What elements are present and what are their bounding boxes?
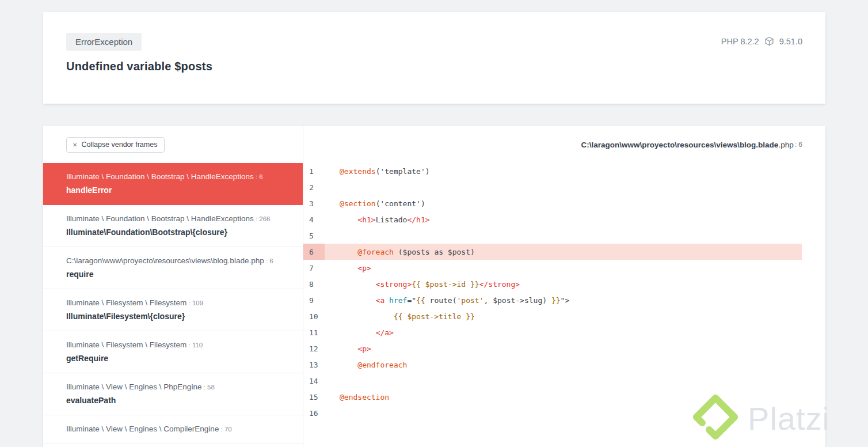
code-line: 11 </a> — [303, 324, 802, 340]
frame-method: Illuminate\Foundation\Bootstrap\{closure… — [66, 226, 280, 238]
line-number: 2 — [303, 179, 325, 195]
code-line: 14 — [303, 373, 802, 389]
code-line: 1@extends('template') — [303, 163, 802, 179]
line-number: 4 — [303, 211, 325, 228]
code-text: @foreach ($posts as $post) — [325, 248, 475, 256]
file-line-reference: : 6 — [795, 141, 802, 149]
code-line: 13 @endforeach — [303, 357, 802, 373]
open-file-path[interactable]: C:\laragon\www\proyecto\resources\views\… — [303, 126, 825, 163]
frame-path: Illuminate \ Foundation \ Bootstrap \ Ha… — [66, 171, 280, 183]
stack-trace-sidebar: ✕ Collapse vendor frames Illuminate \ Fo… — [43, 126, 303, 447]
laravel-icon — [764, 36, 774, 46]
code-line: 10 {{ $post->title }} — [303, 308, 802, 324]
code-line: 5 — [303, 228, 802, 244]
frame-method: handleError — [66, 184, 280, 196]
frame-line-number: : 266 — [254, 215, 271, 222]
line-number: 15 — [303, 389, 325, 405]
php-version-label: PHP 8.2.2 — [721, 37, 759, 46]
frame-path: Illuminate \ Foundation \ Bootstrap \ Ha… — [66, 213, 280, 225]
file-path-prefix: C:\laragon\www\proyecto\resources\views\ — [581, 141, 740, 149]
code-line: 8 <strong>{{ $post->id }}</strong> — [303, 276, 802, 292]
code-text: {{ $post->title }} — [325, 312, 475, 321]
line-number: 13 — [303, 357, 325, 373]
exception-class-badge: ErrorException — [66, 33, 142, 51]
version-info: PHP 8.2.2 9.51.0 — [721, 36, 802, 46]
frame-method: require — [66, 268, 280, 280]
code-text: <h1>Listado</h1> — [325, 215, 430, 224]
code-line: 9 <a href="{{ route('post', $post->slug)… — [303, 292, 802, 308]
file-name: blog.blade — [740, 141, 779, 149]
code-pane: C:\laragon\www\proyecto\resources\views\… — [303, 126, 825, 447]
code-line: 3@section('content') — [303, 195, 802, 211]
line-number: 1 — [303, 163, 325, 179]
line-number: 16 — [303, 405, 325, 421]
frame-path: Illuminate \ Filesystem \ Filesystem : 1… — [66, 297, 280, 309]
collapse-vendor-frames-label: Collapse vendor frames — [81, 141, 157, 149]
frame-line-number: : 6 — [264, 257, 273, 264]
sidebar-header: ✕ Collapse vendor frames — [43, 126, 303, 163]
collapse-vendor-frames-button[interactable]: ✕ Collapse vendor frames — [66, 137, 165, 153]
code-line: 16 — [303, 405, 802, 421]
code-text: <p> — [325, 264, 371, 272]
frame-path: Illuminate \ View \ Engines \ PhpEngine … — [66, 381, 280, 393]
code-line: 15@endsection — [303, 389, 802, 405]
code-text: </a> — [325, 328, 394, 337]
code-text: <strong>{{ $post->id }}</strong> — [325, 280, 520, 289]
frame-line-number: : 6 — [254, 173, 263, 180]
stack-frame[interactable]: Illuminate \ Filesystem \ Filesystem : 1… — [43, 289, 303, 331]
stack-frame-list: Illuminate \ Foundation \ Bootstrap \ Ha… — [43, 163, 303, 444]
frame-line-number: : 110 — [186, 342, 203, 348]
line-number: 8 — [303, 276, 325, 292]
line-number: 14 — [303, 373, 325, 389]
frame-method: evaluatePath — [66, 395, 280, 406]
code-lines: 1@extends('template')23@section('content… — [303, 163, 825, 421]
line-number: 6 — [303, 244, 325, 260]
code-text: @endsection — [325, 393, 389, 401]
stack-frame[interactable]: Illuminate \ Filesystem \ Filesystem : 1… — [43, 331, 303, 373]
line-number: 10 — [303, 308, 325, 324]
file-extension: .php — [778, 141, 793, 149]
code-text: @endforeach — [325, 361, 407, 369]
close-icon: ✕ — [73, 142, 77, 148]
code-text: <p> — [325, 344, 371, 353]
code-text: @extends('template') — [325, 167, 430, 176]
stack-frame[interactable]: C:\laragon\www\proyecto\resources\views\… — [43, 247, 303, 289]
stack-frame[interactable]: Illuminate \ Foundation \ Bootstrap \ Ha… — [43, 163, 303, 205]
line-number: 3 — [303, 195, 325, 211]
line-number: 11 — [303, 324, 325, 340]
frame-method: Illuminate\Filesystem\{closure} — [66, 310, 280, 322]
stack-frame[interactable]: Illuminate \ View \ Engines \ PhpEngine … — [43, 373, 303, 415]
frame-line-number: : 109 — [186, 300, 203, 306]
error-header-card: ErrorException Undefined variable $posts… — [43, 12, 825, 104]
frame-path: C:\laragon\www\proyecto\resources\views\… — [66, 255, 280, 267]
line-number: 7 — [303, 260, 325, 276]
code-text: <a href="{{ route('post', $post->slug) }… — [325, 296, 569, 305]
error-message: Undefined variable $posts — [66, 60, 825, 73]
frame-line-number: : 58 — [201, 384, 214, 391]
stack-frame[interactable]: Illuminate \ View \ Engines \ CompilerEn… — [43, 415, 303, 444]
frame-method: getRequire — [66, 353, 280, 364]
line-number: 12 — [303, 340, 325, 357]
frame-line-number: : 70 — [219, 426, 231, 433]
code-line: 2 — [303, 179, 802, 195]
code-line: 6 @foreach ($posts as $post) — [303, 244, 802, 260]
framework-version-label: 9.51.0 — [779, 37, 802, 46]
code-line: 4 <h1>Listado</h1> — [303, 211, 802, 228]
code-line: 7 <p> — [303, 260, 802, 276]
code-line: 12 <p> — [303, 340, 802, 357]
frame-path: Illuminate \ Filesystem \ Filesystem : 1… — [66, 339, 280, 351]
stack-frame[interactable]: Illuminate \ Foundation \ Bootstrap \ Ha… — [43, 205, 303, 247]
code-text: @section('content') — [325, 199, 425, 208]
debug-card: ✕ Collapse vendor frames Illuminate \ Fo… — [43, 126, 825, 447]
frame-path: Illuminate \ View \ Engines \ CompilerEn… — [66, 423, 280, 435]
line-number: 5 — [303, 228, 325, 244]
line-number: 9 — [303, 292, 325, 308]
